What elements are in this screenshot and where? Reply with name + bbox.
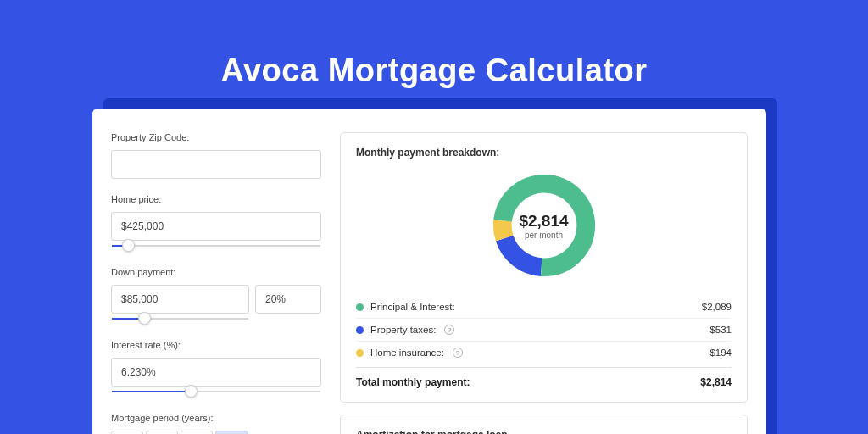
legend-label: Principal & Interest:: [370, 302, 455, 312]
legend-left: Home insurance:?: [356, 348, 463, 358]
legend-row: Principal & Interest:$2,089: [356, 296, 732, 318]
form-column: Property Zip Code: Home price: Down paym…: [111, 132, 321, 434]
legend-label: Home insurance:: [370, 348, 444, 358]
home-price-slider[interactable]: [111, 243, 321, 252]
interest-input[interactable]: [111, 358, 321, 387]
legend-value: $2,089: [702, 302, 732, 312]
down-payment-label: Down payment:: [111, 267, 321, 277]
zip-label: Property Zip Code:: [111, 132, 321, 142]
home-price-input[interactable]: [111, 212, 321, 241]
zip-input[interactable]: [111, 150, 321, 179]
period-button-20[interactable]: 20: [181, 431, 213, 434]
breakdown-card: Monthly payment breakdown: $2,814 per mo…: [340, 132, 748, 403]
slider-track: [112, 245, 320, 247]
main-panel: Property Zip Code: Home price: Down paym…: [92, 108, 766, 434]
interest-label: Interest rate (%):: [111, 340, 321, 350]
legend-dot-icon: [356, 303, 364, 311]
period-label: Mortgage period (years):: [111, 413, 321, 423]
donut-center: $2,814 per month: [489, 170, 599, 281]
period-button-15[interactable]: 15: [146, 431, 178, 434]
legend-value: $531: [709, 325, 732, 335]
legend-label: Property taxes:: [370, 325, 436, 335]
down-payment-row: [111, 285, 321, 325]
interest-slider[interactable]: [111, 389, 321, 398]
down-amount-wrap: [111, 285, 249, 325]
zip-block: Property Zip Code:: [111, 132, 321, 179]
slider-thumb[interactable]: [138, 312, 151, 325]
legend-dot-icon: [356, 349, 364, 357]
app-root: Avoca Mortgage Calculator Property Zip C…: [0, 0, 868, 434]
legend-row: Property taxes:?$531: [356, 318, 732, 341]
home-price-block: Home price:: [111, 194, 321, 252]
legend-left: Principal & Interest:: [356, 302, 455, 312]
period-block: Mortgage period (years): 10152030: [111, 413, 321, 434]
donut-wrap: $2,814 per month: [356, 170, 732, 281]
down-payment-block: Down payment:: [111, 267, 321, 325]
period-button-30[interactable]: 30: [215, 431, 248, 434]
breakdown-title: Monthly payment breakdown:: [356, 147, 732, 159]
donut-chart: $2,814 per month: [489, 170, 599, 281]
donut-amount: $2,814: [519, 212, 568, 231]
legend-value: $194: [709, 348, 732, 358]
legend: Principal & Interest:$2,089Property taxe…: [356, 296, 732, 364]
period-buttons: 10152030: [111, 431, 321, 434]
amortization-card: Amortization for mortgage loan Amortizat…: [340, 415, 748, 434]
interest-block: Interest rate (%):: [111, 340, 321, 398]
down-pct-input[interactable]: [255, 285, 321, 314]
legend-dot-icon: [356, 326, 364, 334]
total-label: Total monthly payment:: [356, 376, 470, 388]
legend-left: Property taxes:?: [356, 325, 454, 335]
home-price-label: Home price:: [111, 194, 321, 204]
help-icon[interactable]: ?: [453, 348, 463, 358]
slider-thumb[interactable]: [122, 239, 135, 252]
slider-thumb[interactable]: [185, 385, 198, 398]
total-value: $2,814: [700, 376, 732, 388]
donut-sub: per month: [525, 231, 563, 240]
page-title: Avoca Mortgage Calculator: [0, 0, 868, 89]
period-button-10[interactable]: 10: [111, 431, 143, 434]
help-icon[interactable]: ?: [444, 325, 454, 335]
results-column: Monthly payment breakdown: $2,814 per mo…: [340, 132, 748, 434]
amort-title: Amortization for mortgage loan: [356, 429, 732, 434]
legend-row: Home insurance:?$194: [356, 341, 732, 364]
down-payment-slider[interactable]: [111, 316, 249, 325]
total-row: Total monthly payment: $2,814: [356, 367, 732, 388]
down-amount-input[interactable]: [111, 285, 249, 314]
slider-fill: [112, 391, 192, 392]
